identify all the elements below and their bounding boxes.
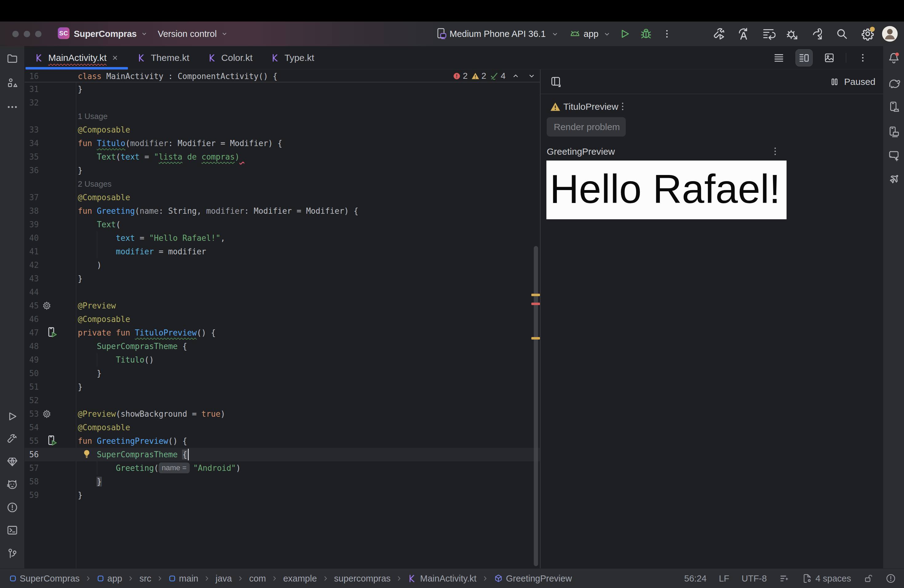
breadcrumb-label: example: [283, 574, 317, 584]
attach-debugger-icon[interactable]: [785, 22, 799, 46]
project-selector[interactable]: SuperCompras: [74, 22, 148, 46]
breadcrumb-item[interactable]: app: [97, 574, 122, 584]
run-tool-button-run-icon[interactable]: [4, 408, 21, 425]
error-stripe-mark[interactable]: [531, 303, 540, 305]
problems-indicator-icon[interactable]: [885, 573, 896, 584]
preview-paused-status[interactable]: Paused: [830, 70, 876, 94]
search-icon[interactable]: [835, 22, 849, 46]
file-encoding[interactable]: UTF-8: [742, 574, 767, 584]
code-line-44: 44: [25, 285, 540, 299]
line-number: 39: [25, 218, 39, 231]
window-close-button[interactable]: [12, 31, 19, 37]
code-view-icon[interactable]: [770, 49, 787, 66]
tab-color-kt[interactable]: Color.kt: [199, 46, 262, 70]
window-minimize-button[interactable]: [24, 31, 30, 37]
structure-tool-button-structure-icon[interactable]: [4, 74, 21, 91]
device-manager-icon[interactable]: [885, 123, 902, 140]
prev-problem-button[interactable]: [512, 72, 520, 80]
caret-position[interactable]: 56:24: [684, 574, 706, 584]
run-configuration-selector[interactable]: app: [583, 22, 610, 46]
notifications-bell-icon[interactable]: [885, 49, 902, 66]
code-line-35: 35 Text(text = "lista de compras): [25, 150, 540, 164]
close-tab-icon[interactable]: [111, 54, 119, 62]
run-button[interactable]: [619, 22, 631, 46]
version-control-menu[interactable]: Version control: [158, 22, 228, 46]
more-actions-button[interactable]: [662, 22, 672, 46]
ai-code-completion-icon[interactable]: [779, 573, 790, 584]
apply-changes-icon[interactable]: [737, 22, 751, 46]
tab-theme-kt[interactable]: Theme.kt: [128, 46, 198, 70]
code-line-45: 45@Preview: [25, 299, 540, 313]
line-number: 44: [25, 285, 39, 299]
project-tool-button-folder-icon[interactable]: [4, 50, 21, 67]
preview-settings-gear-icon[interactable]: [42, 409, 51, 419]
gradle-sync-icon[interactable]: [809, 22, 823, 46]
gradle-icon[interactable]: [885, 74, 902, 91]
breadcrumb-item[interactable]: MainActivity.kt: [408, 574, 476, 584]
code-editor[interactable]: 31}321 Usage33@Composable34fun Titulo(mo…: [25, 70, 540, 568]
breadcrumb-item[interactable]: main: [169, 574, 198, 584]
render-problem-button[interactable]: Render problem: [547, 117, 626, 136]
breadcrumb-item[interactable]: supercompras: [334, 574, 391, 584]
preview-item-menu[interactable]: [618, 101, 628, 112]
preview-item-title[interactable]: GreetingPreview: [547, 146, 615, 157]
line-separator[interactable]: LF: [719, 574, 729, 584]
line-number: 56: [25, 448, 39, 461]
title-bar: SC SuperCompras Version control Medium P…: [0, 22, 904, 46]
version-control-tool-button-git-branch-icon[interactable]: [4, 545, 21, 562]
split-view-icon[interactable]: [795, 49, 813, 66]
build-tool-button-build-hammer-icon[interactable]: [4, 430, 21, 448]
breadcrumb-separator: [156, 575, 163, 582]
tab-mainactivity-kt[interactable]: MainActivity.kt: [25, 46, 128, 70]
device-selector[interactable]: Medium Phone API 36.1: [450, 22, 558, 46]
breadcrumbs: SuperComprasappsrcmainjavacomexamplesupe…: [9, 569, 572, 588]
problems-tool-button-problems-icon[interactable]: [4, 499, 21, 516]
code-line-52: 52: [25, 394, 540, 407]
tab-type-kt[interactable]: Type.kt: [262, 46, 324, 70]
preview-item-title[interactable]: TituloPreview: [563, 101, 618, 112]
preview-item-menu[interactable]: [770, 146, 781, 156]
apply-code-changes-icon[interactable]: [761, 22, 776, 46]
inspections-widget[interactable]: 2 2 4: [453, 70, 536, 82]
breadcrumb-item[interactable]: GreetingPreview: [494, 574, 572, 584]
preview-settings-gear-icon[interactable]: [42, 301, 51, 310]
indent-style[interactable]: 4 spaces: [802, 573, 851, 584]
compose-preview-canvas[interactable]: Hello Rafael!: [547, 161, 787, 219]
run-preview-icon[interactable]: [47, 327, 59, 339]
preview-toolbar: Paused: [541, 70, 883, 94]
code-line-51: 51}: [25, 380, 540, 394]
code-text: fun Titulo(modifier: Modifier = Modifier…: [78, 136, 282, 150]
line-number: 53: [25, 407, 39, 421]
error-stripe-mark[interactable]: [531, 337, 540, 340]
preview-layout-button[interactable]: [550, 70, 562, 94]
breadcrumb-item[interactable]: com: [249, 574, 266, 584]
terminal-tool-button-terminal-icon[interactable]: [4, 522, 21, 539]
breadcrumb-item[interactable]: SuperCompras: [9, 574, 80, 584]
running-devices-icon[interactable]: [885, 98, 902, 115]
code-line-49: 49 Titulo(): [25, 353, 540, 367]
preview-greeting-text: Hello Rafael!: [550, 166, 781, 212]
next-problem-button[interactable]: [528, 72, 536, 80]
readonly-lock-icon[interactable]: [863, 574, 873, 583]
breadcrumb-item[interactable]: src: [139, 574, 151, 584]
error-stripe-mark[interactable]: [531, 294, 540, 296]
app-inspection-tool-button-gem-icon[interactable]: [4, 453, 21, 471]
code-text: SuperComprasTheme {: [78, 340, 187, 353]
more-tool-windows-button-more-h-icon[interactable]: [4, 98, 21, 115]
breadcrumb-item[interactable]: java: [215, 574, 232, 584]
user-avatar[interactable]: [881, 22, 898, 46]
line-number: 33: [25, 123, 39, 136]
app-quality-insights-icon[interactable]: [885, 171, 902, 188]
build-icon[interactable]: [712, 22, 726, 46]
logcat-tool-button-logcat-cat-icon[interactable]: [4, 476, 21, 493]
gemini-chat-icon[interactable]: [885, 147, 902, 164]
breadcrumb-item[interactable]: example: [283, 574, 317, 584]
window-zoom-button[interactable]: [35, 31, 41, 37]
editor-options-icon[interactable]: [854, 49, 871, 66]
debug-button[interactable]: [640, 22, 653, 46]
line-number: 31: [25, 82, 39, 96]
run-preview-icon[interactable]: [47, 435, 59, 447]
settings-icon[interactable]: [860, 22, 875, 46]
project-logo[interactable]: SC: [58, 27, 70, 39]
design-view-icon[interactable]: [821, 49, 838, 66]
